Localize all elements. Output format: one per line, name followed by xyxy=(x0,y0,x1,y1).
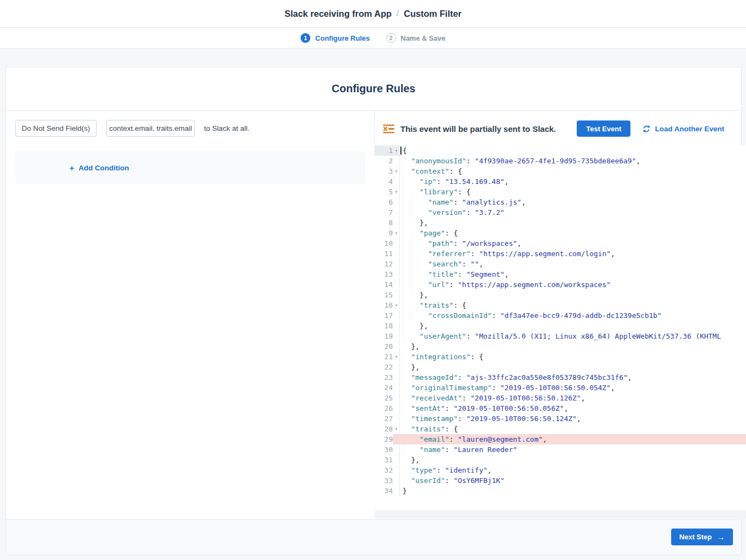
fold-chevron-down-icon[interactable]: ▾ xyxy=(395,424,398,434)
line-number: 8 xyxy=(374,218,400,228)
add-condition-button[interactable]: + Add Condition xyxy=(69,164,129,172)
card-header: Configure Rules xyxy=(6,67,741,111)
code-line[interactable]: 22}, xyxy=(374,362,746,372)
code-line[interactable]: 6"name": "analytics.js", xyxy=(374,197,746,207)
code-line-highlighted[interactable]: 29"email": "lauren@segment.com", xyxy=(374,434,746,444)
code-text: }, xyxy=(400,218,428,228)
editor-horizontal-scrollbar[interactable] xyxy=(374,510,746,519)
code-line[interactable]: 17"crossDomainId": "df3a47ee-bcc9-479d-a… xyxy=(374,310,746,321)
step-label: Name & Save xyxy=(401,34,445,42)
line-number: 15 xyxy=(374,290,400,300)
code-text: "userAgent": "Mozilla/5.0 (X11; Linux x8… xyxy=(400,331,721,341)
code-text: "ip": "13.54.169.48", xyxy=(400,176,509,187)
code-text: "page": { xyxy=(400,228,458,238)
filter-action-select[interactable]: Do Not Send Field(s) xyxy=(15,120,97,137)
plus-icon: + xyxy=(69,164,74,172)
card-footer: Next Step → xyxy=(6,519,741,555)
code-line[interactable]: 25"receivedAt": "2019-05-10T00:56:50.126… xyxy=(374,393,746,403)
test-event-button[interactable]: Test Event xyxy=(577,120,630,137)
filter-fields-select[interactable]: context.email, traits.email xyxy=(106,120,195,137)
code-line[interactable]: 20}, xyxy=(374,341,746,352)
arrow-right-icon: → xyxy=(717,533,725,541)
fold-chevron-down-icon[interactable]: ▾ xyxy=(395,187,398,197)
line-number: 33 xyxy=(374,475,400,486)
code-line[interactable]: 33"userId": "OsY6MFBj1K" xyxy=(374,475,746,486)
code-line[interactable]: 24"originalTimestamp": "2019-05-10T00:56… xyxy=(374,383,746,393)
next-step-button[interactable]: Next Step → xyxy=(671,529,733,545)
code-line[interactable]: 8}, xyxy=(374,218,746,228)
code-line[interactable]: 15}, xyxy=(374,290,746,300)
code-text: "traits": { xyxy=(400,424,458,434)
code-text: "receivedAt": "2019-05-10T00:56:50.126Z"… xyxy=(400,393,585,403)
next-step-label: Next Step xyxy=(679,533,712,541)
code-line[interactable]: 23"messageId": "ajs-33ffc2ac0a550e8f0537… xyxy=(374,372,746,383)
code-text: "search": "", xyxy=(400,259,483,269)
fold-chevron-down-icon[interactable]: ▾ xyxy=(395,166,398,176)
code-line[interactable]: 12"search": "", xyxy=(374,259,746,269)
filter-x-icon xyxy=(383,124,394,133)
step-name-save[interactable]: 2 Name & Save xyxy=(386,33,445,43)
code-line[interactable]: 18}, xyxy=(374,321,746,331)
code-text: "timestamp": "2019-05-10T00:56:50.124Z", xyxy=(400,413,581,424)
code-line[interactable]: 32"type": "identify", xyxy=(374,465,746,475)
code-line[interactable]: 28▾"traits": { xyxy=(374,424,746,434)
breadcrumb-separator: / xyxy=(397,9,399,18)
code-text: "anonymousId": "4f9390ae-2657-4fe1-9d95-… xyxy=(400,156,640,166)
line-number: 18 xyxy=(374,321,400,331)
code-text: "context": { xyxy=(400,166,462,176)
code-line[interactable]: 3▾"context": { xyxy=(374,166,746,176)
fold-chevron-down-icon[interactable]: ▾ xyxy=(395,352,398,362)
code-line[interactable]: 13"title": "Segment", xyxy=(374,269,746,279)
code-text: "userId": "OsY6MFBj1K" xyxy=(400,475,505,486)
event-json-editor[interactable]: 1▾{2"anonymousId": "4f9390ae-2657-4fe1-9… xyxy=(374,145,746,510)
code-line[interactable]: 26"sentAt": "2019-05-10T00:56:50.056Z", xyxy=(374,403,746,413)
code-text: "referrer": "https://app.segment.com/log… xyxy=(400,249,615,259)
page-title: Configure Rules xyxy=(331,82,415,95)
code-text: "url": "https://app.segment.com/workspac… xyxy=(400,279,611,290)
code-line[interactable]: 7"version": "3.7.2" xyxy=(374,207,746,218)
line-number: 23 xyxy=(374,372,400,383)
code-text: "email": "lauren@segment.com", xyxy=(400,434,547,444)
step-number-badge: 2 xyxy=(386,33,396,43)
code-line[interactable]: 34} xyxy=(374,486,746,496)
load-another-event-link[interactable]: Load Another Event xyxy=(642,125,724,133)
line-number: 11 xyxy=(374,249,400,259)
event-preview-header: This event will be partially sent to Sla… xyxy=(375,111,741,147)
fold-chevron-down-icon[interactable]: ▾ xyxy=(395,300,398,310)
line-number: 34 xyxy=(374,486,400,496)
code-text: "crossDomainId": "df3a47ee-bcc9-479d-add… xyxy=(400,310,661,321)
line-number: 7 xyxy=(374,207,400,218)
line-number: 17 xyxy=(374,310,400,321)
code-line[interactable]: 9▾"page": { xyxy=(374,228,746,238)
code-line[interactable]: 21▾"integrations": { xyxy=(374,352,746,362)
fold-chevron-down-icon[interactable]: ▾ xyxy=(395,145,398,156)
code-line[interactable]: 4"ip": "13.54.169.48", xyxy=(374,176,746,187)
code-text: }, xyxy=(400,341,419,352)
line-number: 29 xyxy=(374,434,400,444)
line-number: 31 xyxy=(374,455,400,465)
code-line[interactable]: 10"path": "/workspaces", xyxy=(374,238,746,249)
breadcrumb-page: Custom Filter xyxy=(404,9,461,19)
code-line[interactable]: 31}, xyxy=(374,455,746,465)
code-text: "type": "identify", xyxy=(400,465,492,475)
fold-chevron-down-icon[interactable]: ▾ xyxy=(395,228,398,238)
code-line[interactable]: 19"userAgent": "Mozilla/5.0 (X11; Linux … xyxy=(374,331,746,341)
code-text: "originalTimestamp": "2019-05-10T00:56:5… xyxy=(400,383,615,393)
code-text: "path": "/workspaces", xyxy=(400,238,521,249)
code-line[interactable]: 11"referrer": "https://app.segment.com/l… xyxy=(374,249,746,259)
code-line[interactable]: 5▾"library": { xyxy=(374,187,746,197)
code-text: "integrations": { xyxy=(400,352,483,362)
code-text: }, xyxy=(400,455,419,465)
condition-row: Do Not Send Field(s) context.email, trai… xyxy=(15,120,374,137)
code-line[interactable]: 14"url": "https://app.segment.com/worksp… xyxy=(374,279,746,290)
code-line[interactable]: 30"name": "Lauren Reeder" xyxy=(374,444,746,455)
line-number: 4 xyxy=(374,176,400,187)
code-text: "name": "Lauren Reeder" xyxy=(400,444,517,455)
code-line[interactable]: 27"timestamp": "2019-05-10T00:56:50.124Z… xyxy=(374,413,746,424)
code-line[interactable]: 1▾{ xyxy=(374,145,746,156)
line-number: 22 xyxy=(374,362,400,372)
load-another-event-label: Load Another Event xyxy=(655,125,724,133)
step-configure-rules[interactable]: 1 Configure Rules xyxy=(301,33,369,43)
code-line[interactable]: 16▾"traits": { xyxy=(374,300,746,310)
code-line[interactable]: 2"anonymousId": "4f9390ae-2657-4fe1-9d95… xyxy=(374,156,746,166)
